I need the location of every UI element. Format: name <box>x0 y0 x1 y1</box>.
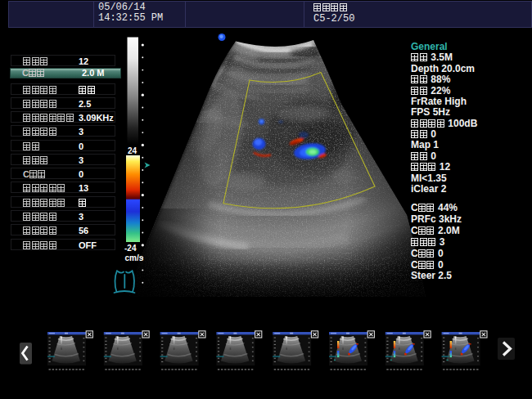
svg-text:-24: -24 <box>124 244 137 253</box>
svg-text:24: 24 <box>128 146 138 155</box>
svg-text:cm/s: cm/s <box>125 253 144 262</box>
